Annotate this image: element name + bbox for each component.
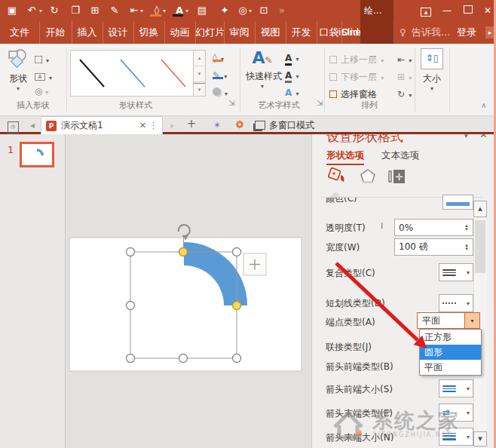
- tab-review[interactable]: 审阅: [224, 21, 256, 44]
- text-box-button[interactable]: A ▾: [35, 69, 52, 83]
- new-tab-icon[interactable]: +: [185, 118, 197, 130]
- cap-option-square[interactable]: 正方形: [420, 330, 481, 345]
- qat-more-icon[interactable]: »: [274, 4, 289, 17]
- quick-styles-button[interactable]: A✎ 快速样式 ▾: [246, 48, 279, 106]
- ribbon-display-options-icon[interactable]: ▲: [419, 5, 433, 17]
- shape-outline-button[interactable]: ✎ ▾: [213, 67, 227, 81]
- slide-canvas-area[interactable]: [66, 134, 311, 448]
- redo-icon[interactable]: ↻: [47, 4, 62, 17]
- document-tab-active[interactable]: P 演示文稿1 ✕ ⋮: [41, 116, 163, 134]
- tab-islide[interactable]: iSlide: [338, 21, 361, 44]
- arrow-begin-size-dropdown[interactable]: ▾: [439, 379, 473, 397]
- send-backward-button[interactable]: 下移一层 ▾: [329, 69, 384, 84]
- tab-menu-icon[interactable]: ⋮: [149, 121, 158, 130]
- group-objects-button[interactable]: ⊞ ▾: [397, 69, 412, 83]
- dash-type-dropdown[interactable]: ▾: [439, 294, 473, 312]
- merge-shapes-icon[interactable]: ◎: [235, 4, 250, 17]
- wordart-dialog-launcher-icon[interactable]: ⇲: [317, 100, 323, 107]
- cap-type-combobox[interactable]: 平面 ▾: [417, 312, 480, 329]
- tab-scroll-left-icon[interactable]: ◂: [27, 119, 38, 131]
- align-icon[interactable]: ⇤: [127, 4, 142, 17]
- text-outline-button[interactable]: A ▾: [285, 67, 299, 81]
- resize-handle-bottom-center[interactable]: [179, 354, 188, 363]
- signin-button[interactable]: 登录: [457, 21, 476, 44]
- tab-insert[interactable]: 插入: [72, 21, 103, 44]
- align-objects-button[interactable]: ⇤ ▾: [397, 51, 412, 66]
- position-icon[interactable]: ⊡: [256, 4, 271, 17]
- gallery-more-icon[interactable]: ▾: [194, 83, 205, 97]
- edit-shape-button[interactable]: ▾: [35, 51, 49, 66]
- slide-sorter-icon[interactable]: ⊞: [87, 4, 103, 17]
- resize-handle-bottom-right[interactable]: [233, 354, 241, 363]
- cap-option-flat[interactable]: 平面: [420, 360, 481, 375]
- fill-dropdown-icon[interactable]: ▾: [163, 8, 166, 14]
- merge-shapes-ribbon-button[interactable]: ◎ ▾: [35, 86, 48, 97]
- panel-scroll-down-button[interactable]: ▼: [473, 431, 487, 446]
- spin-down-icon[interactable]: ▾: [465, 228, 468, 232]
- merge-dropdown-icon[interactable]: ▾: [249, 8, 252, 14]
- tab-home[interactable]: 开始: [39, 21, 72, 44]
- line-color-button[interactable]: [442, 195, 473, 210]
- resize-handle-bottom-left[interactable]: [127, 354, 135, 363]
- tab-scroll-right-icon[interactable]: ▸: [167, 119, 178, 131]
- eyedropper-icon[interactable]: ✎: [107, 4, 122, 17]
- resize-handle-mid-left[interactable]: [127, 302, 135, 310]
- tab-view[interactable]: 视图: [255, 21, 286, 44]
- multi-window-mode-button[interactable]: 多窗口模式: [255, 118, 314, 132]
- close-button[interactable]: ✕: [481, 5, 494, 17]
- size-button[interactable]: ⇕▯ 大小 ▾: [419, 48, 445, 106]
- magic-wand-icon[interactable]: ✶: [211, 119, 223, 131]
- collapse-ribbon-icon[interactable]: ∧: [481, 101, 486, 109]
- bring-forward-button[interactable]: 上移一层 ▾: [329, 51, 384, 66]
- resize-handle-top-right[interactable]: [233, 248, 241, 256]
- maximize-button[interactable]: [461, 5, 475, 17]
- gallery-scroll-up-icon[interactable]: ▴: [194, 51, 205, 66]
- undo-dropdown-icon[interactable]: ▾: [39, 8, 42, 14]
- rotate-objects-button[interactable]: ↻ ▾: [397, 86, 412, 100]
- panel-scroll-thumb[interactable]: [475, 220, 485, 273]
- paste-icon[interactable]: ▤: [194, 4, 210, 17]
- document-tab-title: 演示文稿1: [61, 119, 136, 132]
- selection-pane-button[interactable]: 选择窗格: [329, 86, 377, 101]
- tab-developer[interactable]: 开发: [286, 21, 317, 44]
- tab-animations[interactable]: 动画: [164, 21, 196, 44]
- history-document-icon[interactable]: ◷: [6, 119, 20, 133]
- width-spinner[interactable]: ▴ ▾: [462, 240, 471, 254]
- adjust-handle-top[interactable]: [179, 248, 188, 256]
- gallery-scroll-down-icon[interactable]: ▾: [194, 66, 205, 82]
- tellme-label[interactable]: 告诉我...: [412, 21, 450, 44]
- text-effects-button[interactable]: A ▾: [285, 84, 299, 99]
- transparency-slider[interactable]: I: [381, 221, 383, 231]
- transparency-spinner[interactable]: ▴ ▾: [462, 220, 471, 235]
- cap-type-arrow-button[interactable]: ▾: [464, 313, 479, 328]
- text-fill-button[interactable]: A ▾: [285, 50, 299, 64]
- shape-styles-dialog-launcher-icon[interactable]: ⇲: [228, 100, 234, 107]
- tab-close-icon[interactable]: ✕: [139, 121, 146, 130]
- arrow-end-size-dropdown[interactable]: ▾: [439, 428, 473, 446]
- insert-plus-button[interactable]: [243, 253, 266, 275]
- tab-transitions[interactable]: 切换: [133, 21, 165, 44]
- shape-effects-button[interactable]: ▾: [213, 84, 228, 99]
- shape-styles-gallery[interactable]: [70, 50, 194, 97]
- shape-fill-ribbon-button[interactable]: ◊ ▾: [213, 50, 224, 64]
- format-painter-icon[interactable]: ✦: [217, 4, 232, 17]
- adjust-handle-right[interactable]: [233, 302, 241, 310]
- shapes-button[interactable]: 形状 ▾: [5, 48, 32, 106]
- resize-handle-top-left[interactable]: [127, 248, 135, 256]
- panel-scroll-up-button[interactable]: ▲: [473, 201, 487, 217]
- tab-slideshow[interactable]: 幻灯片: [195, 21, 225, 44]
- settings-gear-icon[interactable]: [234, 119, 246, 133]
- font-color-dropdown-icon[interactable]: ▾: [185, 8, 188, 14]
- align-dropdown-icon[interactable]: ▾: [140, 8, 143, 14]
- slide-thumbnail-selected[interactable]: [20, 142, 54, 167]
- tab-file[interactable]: 文件: [0, 21, 40, 44]
- arrow-end-type-dropdown[interactable]: ⇄ ▾: [439, 404, 473, 422]
- tab-design[interactable]: 设计: [103, 21, 134, 44]
- undo-icon[interactable]: ↶: [24, 4, 39, 17]
- save-icon[interactable]: ▣: [5, 4, 20, 17]
- minimize-button[interactable]: —: [440, 5, 454, 17]
- cap-option-round-selected[interactable]: 圆形: [420, 345, 481, 360]
- new-document-icon[interactable]: ❐: [68, 4, 83, 17]
- spin-down-icon[interactable]: ▾: [465, 247, 468, 251]
- compound-type-dropdown[interactable]: ▾: [439, 263, 473, 281]
